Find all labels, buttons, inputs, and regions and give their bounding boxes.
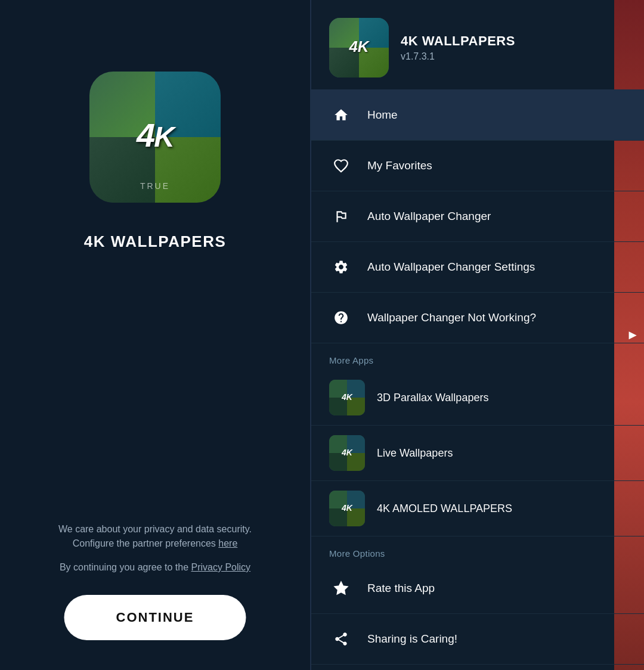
- menu-item-auto-settings[interactable]: Auto Wallpaper Changer Settings: [311, 242, 644, 293]
- app-icon-left: 4K TRUE: [89, 72, 221, 203]
- app-amoled-label: 4K AMOLED WALLPAPERS: [377, 502, 512, 515]
- right-app-version: v1.7.3.1: [401, 51, 626, 62]
- menu-label-rate-app: Rate this App: [367, 582, 435, 595]
- menu-label-auto-changer: Auto Wallpaper Changer: [367, 210, 491, 223]
- thumb-4k-label-2: 4K: [342, 448, 352, 457]
- app-header: 4K 4K WALLPAPERS v1.7.3.1: [311, 0, 644, 89]
- app-thumb-3d-parallax: 4K: [329, 380, 365, 415]
- app-thumb-amoled: 4K: [329, 491, 365, 526]
- privacy-section: We care about your privacy and data secu…: [0, 522, 310, 575]
- app-info: 4K WALLPAPERS v1.7.3.1: [401, 33, 626, 62]
- app-list-item-3d-parallax[interactable]: 4K 3D Parallax Wallpapers: [311, 370, 644, 426]
- menu-label-home: Home: [367, 108, 398, 122]
- policy-text: By continuing you agree to the Privacy P…: [30, 560, 280, 575]
- home-icon: [329, 103, 353, 127]
- app-list-item-amoled[interactable]: 4K 4K AMOLED WALLPAPERS: [311, 481, 644, 536]
- privacy-policy-link[interactable]: Privacy Policy: [191, 562, 251, 572]
- more-options-header: More Options: [311, 536, 644, 563]
- continue-button[interactable]: CONTINUE: [64, 595, 246, 640]
- star-icon: [329, 576, 353, 600]
- menu-item-home[interactable]: Home: [311, 90, 644, 141]
- app-3d-parallax-label: 3D Parallax Wallpapers: [377, 392, 488, 404]
- app-thumb-live: 4K: [329, 435, 365, 471]
- menu-label-auto-settings: Auto Wallpaper Changer Settings: [367, 260, 535, 274]
- left-panel: 4K TRUE 4K WALLPAPERS We care about your…: [0, 0, 310, 670]
- right-panel: ► 4K 4K WALLPAPERS v1.7.3.1: [311, 0, 644, 670]
- right-app-name: 4K WALLPAPERS: [401, 33, 626, 49]
- here-link[interactable]: here: [218, 538, 237, 548]
- menu-label-not-working: Wallpaper Changer Not Working?: [367, 311, 536, 324]
- icon-watermark: TRUE: [140, 181, 170, 191]
- icon-4k-label: 4K: [137, 116, 174, 154]
- app-icon-right: 4K: [329, 18, 389, 77]
- thumb-4k-label-3: 4K: [342, 503, 352, 513]
- mountain-icon: [329, 204, 353, 228]
- menu-item-favorites[interactable]: My Favorites: [311, 141, 644, 191]
- privacy-text: We care about your privacy and data secu…: [30, 522, 280, 551]
- heart-icon: [329, 154, 353, 178]
- app-live-label: Live Wallpapers: [377, 447, 453, 460]
- menu-label-sharing: Sharing is Caring!: [367, 632, 457, 646]
- app-title-left: 4K WALLPAPERS: [84, 232, 227, 251]
- app-list-item-live[interactable]: 4K Live Wallpapers: [311, 426, 644, 481]
- menu-item-not-working[interactable]: Wallpaper Changer Not Working?: [311, 293, 644, 343]
- question-icon: [329, 306, 353, 330]
- menu-item-sharing[interactable]: Sharing is Caring!: [311, 614, 644, 665]
- right-content: 4K 4K WALLPAPERS v1.7.3.1 Home M: [311, 0, 644, 670]
- thumb-4k-label: 4K: [342, 392, 352, 402]
- menu-item-auto-changer[interactable]: Auto Wallpaper Changer: [311, 191, 644, 242]
- menu-label-favorites: My Favorites: [367, 159, 432, 172]
- icon-4k-small: 4K: [349, 38, 369, 56]
- gear-icon: [329, 255, 353, 279]
- menu-item-rate-app[interactable]: Rate this App: [311, 563, 644, 614]
- more-apps-header: More Apps: [311, 343, 644, 370]
- share-icon: [329, 627, 353, 651]
